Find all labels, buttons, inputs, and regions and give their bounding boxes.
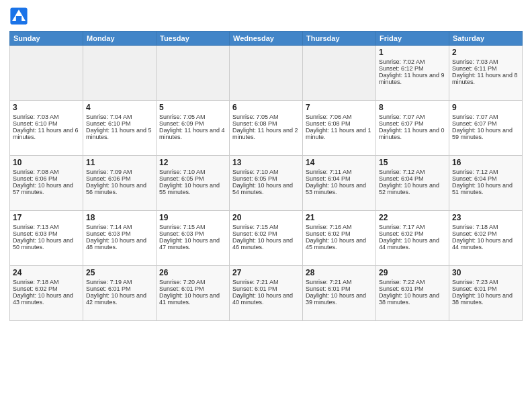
- daylight-text: Daylight: 10 hours and 39 minutes.: [306, 292, 373, 306]
- sunset-text: Sunset: 6:08 PM: [306, 120, 373, 127]
- sunset-text: Sunset: 6:03 PM: [86, 230, 153, 237]
- daylight-text: Daylight: 10 hours and 57 minutes.: [13, 182, 80, 195]
- day-number: 16: [452, 158, 519, 167]
- daylight-text: Daylight: 10 hours and 46 minutes.: [232, 237, 300, 250]
- logo: [9, 7, 31, 26]
- day-number: 17: [13, 213, 80, 222]
- daylight-text: Daylight: 10 hours and 40 minutes.: [232, 292, 300, 306]
- daylight-text: Daylight: 10 hours and 44 minutes.: [379, 237, 446, 250]
- sunset-text: Sunset: 6:01 PM: [86, 285, 153, 292]
- day-number: 8: [379, 103, 446, 112]
- day-number: 19: [159, 213, 226, 222]
- calendar-cell: 18Sunrise: 7:14 AMSunset: 6:03 PMDayligh…: [83, 211, 157, 266]
- calendar-cell: 28Sunrise: 7:21 AMSunset: 6:01 PMDayligh…: [303, 266, 376, 321]
- sunset-text: Sunset: 6:02 PM: [13, 285, 80, 292]
- sunrise-text: Sunrise: 7:21 AM: [306, 279, 373, 285]
- daylight-text: Daylight: 10 hours and 54 minutes.: [232, 182, 300, 195]
- daylight-text: Daylight: 10 hours and 59 minutes.: [452, 127, 519, 140]
- sunset-text: Sunset: 6:01 PM: [452, 285, 519, 292]
- calendar-cell: [10, 46, 83, 101]
- daylight-text: Daylight: 10 hours and 38 minutes.: [452, 292, 519, 306]
- sunrise-text: Sunrise: 7:11 AM: [306, 169, 373, 175]
- sunrise-text: Sunrise: 7:12 AM: [452, 169, 519, 175]
- calendar-cell: 3Sunrise: 7:03 AMSunset: 6:10 PMDaylight…: [10, 101, 83, 156]
- calendar-cell: 7Sunrise: 7:06 AMSunset: 6:08 PMDaylight…: [303, 101, 376, 156]
- sunrise-text: Sunrise: 7:21 AM: [232, 279, 300, 285]
- calendar-cell: 12Sunrise: 7:10 AMSunset: 6:05 PMDayligh…: [157, 156, 230, 211]
- sunrise-text: Sunrise: 7:10 AM: [232, 169, 300, 175]
- sunset-text: Sunset: 6:10 PM: [86, 120, 153, 127]
- calendar-week-row: 3Sunrise: 7:03 AMSunset: 6:10 PMDaylight…: [10, 101, 523, 156]
- calendar-cell: 23Sunrise: 7:18 AMSunset: 6:02 PMDayligh…: [449, 211, 523, 266]
- day-number: 12: [159, 158, 226, 167]
- weekday-header: Sunday: [10, 32, 83, 46]
- daylight-text: Daylight: 10 hours and 42 minutes.: [86, 292, 153, 306]
- day-number: 13: [232, 158, 300, 167]
- calendar-cell: 17Sunrise: 7:13 AMSunset: 6:03 PMDayligh…: [10, 211, 83, 266]
- calendar-container: SundayMondayTuesdayWednesdayThursdayFrid…: [0, 0, 532, 411]
- sunset-text: Sunset: 6:08 PM: [232, 120, 300, 127]
- sunrise-text: Sunrise: 7:14 AM: [86, 224, 153, 230]
- calendar-cell: 26Sunrise: 7:20 AMSunset: 6:01 PMDayligh…: [157, 266, 230, 321]
- daylight-text: Daylight: 10 hours and 38 minutes.: [379, 292, 446, 306]
- daylight-text: Daylight: 10 hours and 44 minutes.: [452, 237, 519, 250]
- sunrise-text: Sunrise: 7:09 AM: [86, 169, 153, 175]
- sunset-text: Sunset: 6:04 PM: [306, 175, 373, 182]
- sunset-text: Sunset: 6:01 PM: [159, 285, 226, 292]
- calendar-cell: 6Sunrise: 7:05 AMSunset: 6:08 PMDaylight…: [230, 101, 303, 156]
- sunset-text: Sunset: 6:03 PM: [159, 230, 226, 237]
- calendar-table: SundayMondayTuesdayWednesdayThursdayFrid…: [9, 31, 523, 321]
- day-number: 5: [159, 103, 226, 112]
- sunrise-text: Sunrise: 7:17 AM: [379, 224, 446, 230]
- sunrise-text: Sunrise: 7:06 AM: [306, 113, 373, 120]
- svg-rect-2: [16, 16, 21, 21]
- calendar-cell: 10Sunrise: 7:08 AMSunset: 6:06 PMDayligh…: [10, 156, 83, 211]
- sunset-text: Sunset: 6:01 PM: [232, 285, 300, 292]
- sunset-text: Sunset: 6:07 PM: [379, 120, 446, 127]
- sunrise-text: Sunrise: 7:16 AM: [306, 224, 373, 230]
- sunset-text: Sunset: 6:02 PM: [232, 230, 300, 237]
- calendar-cell: 21Sunrise: 7:16 AMSunset: 6:02 PMDayligh…: [303, 211, 376, 266]
- daylight-text: Daylight: 10 hours and 51 minutes.: [452, 182, 519, 195]
- sunset-text: Sunset: 6:01 PM: [379, 285, 446, 292]
- day-number: 23: [452, 213, 519, 222]
- sunset-text: Sunset: 6:06 PM: [86, 175, 153, 182]
- day-number: 4: [86, 103, 153, 112]
- daylight-text: Daylight: 11 hours and 2 minutes.: [232, 127, 300, 140]
- daylight-text: Daylight: 10 hours and 48 minutes.: [86, 237, 153, 250]
- day-number: 21: [306, 213, 373, 222]
- day-number: 15: [379, 158, 446, 167]
- weekday-header: Wednesday: [230, 32, 303, 46]
- day-number: 2: [452, 48, 519, 57]
- daylight-text: Daylight: 10 hours and 56 minutes.: [86, 182, 153, 195]
- daylight-text: Daylight: 11 hours and 0 minutes.: [379, 127, 446, 140]
- calendar-cell: [157, 46, 230, 101]
- day-number: 27: [232, 268, 300, 277]
- daylight-text: Daylight: 10 hours and 47 minutes.: [159, 237, 226, 250]
- calendar-cell: 29Sunrise: 7:22 AMSunset: 6:01 PMDayligh…: [376, 266, 449, 321]
- calendar-cell: 15Sunrise: 7:12 AMSunset: 6:04 PMDayligh…: [376, 156, 449, 211]
- sunrise-text: Sunrise: 7:19 AM: [86, 279, 153, 285]
- sunrise-text: Sunrise: 7:15 AM: [232, 224, 300, 230]
- sunrise-text: Sunrise: 7:05 AM: [232, 113, 300, 120]
- calendar-thead: SundayMondayTuesdayWednesdayThursdayFrid…: [10, 32, 523, 46]
- sunset-text: Sunset: 6:04 PM: [452, 175, 519, 182]
- calendar-cell: 16Sunrise: 7:12 AMSunset: 6:04 PMDayligh…: [449, 156, 523, 211]
- day-number: 11: [86, 158, 153, 167]
- daylight-text: Daylight: 11 hours and 1 minute.: [306, 127, 373, 140]
- sunrise-text: Sunrise: 7:02 AM: [379, 58, 446, 65]
- calendar-cell: 5Sunrise: 7:05 AMSunset: 6:09 PMDaylight…: [157, 101, 230, 156]
- daylight-text: Daylight: 10 hours and 55 minutes.: [159, 182, 226, 195]
- day-number: 24: [13, 268, 80, 277]
- header-row: SundayMondayTuesdayWednesdayThursdayFrid…: [10, 32, 523, 46]
- calendar-cell: 30Sunrise: 7:23 AMSunset: 6:01 PMDayligh…: [449, 266, 523, 321]
- sunrise-text: Sunrise: 7:22 AM: [379, 279, 446, 285]
- day-number: 25: [86, 268, 153, 277]
- sunset-text: Sunset: 6:04 PM: [379, 175, 446, 182]
- calendar-cell: 27Sunrise: 7:21 AMSunset: 6:01 PMDayligh…: [230, 266, 303, 321]
- daylight-text: Daylight: 10 hours and 45 minutes.: [306, 237, 373, 250]
- sunset-text: Sunset: 6:07 PM: [452, 120, 519, 127]
- calendar-cell: [303, 46, 376, 101]
- calendar-week-row: 1Sunrise: 7:02 AMSunset: 6:12 PMDaylight…: [10, 46, 523, 101]
- daylight-text: Daylight: 11 hours and 4 minutes.: [159, 127, 226, 140]
